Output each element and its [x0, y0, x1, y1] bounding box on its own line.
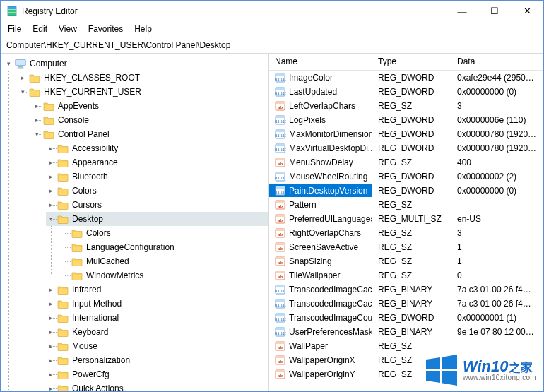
- expander-icon[interactable]: ▸: [32, 102, 42, 109]
- value-type: REG_SZ: [372, 256, 451, 267]
- tree-windowmetrics[interactable]: WindowMetrics: [60, 268, 268, 283]
- tree-quick-actions[interactable]: ▸Quick Actions: [46, 381, 268, 391]
- menu-favorites[interactable]: Favorites: [83, 23, 129, 35]
- value-data: 0x00000780 (1920…: [451, 129, 543, 140]
- menu-help[interactable]: Help: [129, 23, 158, 35]
- expander-icon[interactable]: ▸: [46, 145, 56, 152]
- maximize-button[interactable]: ☐: [478, 1, 511, 22]
- value-row[interactable]: abLeftOverlapCharsREG_SZ3: [269, 99, 543, 113]
- svg-rect-32: [276, 186, 285, 189]
- tree-hkcu[interactable]: ▾HKEY_CURRENT_USER: [18, 85, 268, 99]
- expander-icon[interactable]: ▸: [46, 371, 56, 378]
- svg-rect-53: [276, 285, 285, 287]
- value-row[interactable]: abMenuShowDelayREG_SZ400: [269, 155, 543, 170]
- list-header: Name Type Data: [269, 54, 543, 71]
- value-row[interactable]: 011 110LogPixelsREG_DWORD0x0000006e (110…: [269, 113, 543, 127]
- address-input[interactable]: [5, 40, 539, 51]
- expander-icon[interactable]: ▸: [46, 314, 56, 321]
- value-row[interactable]: abPatternREG_SZ: [269, 198, 543, 212]
- value-data: 0x00000000 (0): [451, 185, 543, 196]
- tree-input-method[interactable]: ▸Input Method: [46, 297, 268, 311]
- column-name[interactable]: Name: [269, 54, 372, 70]
- string-value-icon: ab: [275, 242, 286, 253]
- tree-powercfg[interactable]: ▸PowerCfg: [46, 367, 268, 381]
- value-row[interactable]: abSnapSizingREG_SZ1: [269, 254, 543, 268]
- value-row[interactable]: abScreenSaveActiveREG_SZ1: [269, 240, 543, 254]
- expander-icon[interactable]: ▸: [32, 117, 42, 124]
- value-row[interactable]: 011 110TranscodedImageCacheREG_BINARY7a …: [269, 283, 543, 297]
- tree-console[interactable]: ▸Console: [32, 113, 268, 127]
- value-row[interactable]: 011 110MouseWheelRoutingREG_DWORD0x00000…: [269, 170, 543, 184]
- tree-colors[interactable]: ▸Colors: [46, 184, 268, 198]
- value-row[interactable]: 011 110PaintDesktopVersionREG_DWORD0x000…: [269, 184, 543, 198]
- expander-icon[interactable]: ▸: [46, 187, 56, 194]
- tree-cursors[interactable]: ▸Cursors: [46, 198, 268, 212]
- value-row[interactable]: 011 110ImageColorREG_DWORD0xafe29e44 (29…: [269, 71, 543, 85]
- address-bar[interactable]: [1, 37, 543, 54]
- value-row[interactable]: abWallpaperOriginXREG_SZ: [269, 353, 543, 367]
- svg-text:ab: ab: [278, 161, 283, 167]
- expander-icon[interactable]: ▸: [46, 286, 56, 293]
- tree-pane[interactable]: ▾Computer▸HKEY_CLASSES_ROOT▾HKEY_CURRENT…: [1, 54, 269, 391]
- value-data: 1: [451, 242, 543, 253]
- svg-rect-35: [276, 201, 285, 203]
- expander-icon[interactable]: ▸: [46, 159, 56, 166]
- tree-muicached[interactable]: MuiCached: [60, 254, 268, 268]
- tree-hkcr[interactable]: ▸HKEY_CLASSES_ROOT: [18, 71, 268, 85]
- value-row[interactable]: abPreferredUILanguagesREG_MULTI_SZen-US: [269, 212, 543, 226]
- tree-colors[interactable]: Colors: [60, 226, 268, 240]
- menu-view[interactable]: View: [53, 23, 83, 35]
- value-row[interactable]: 011 110TranscodedImageCountREG_DWORD0x00…: [269, 311, 543, 325]
- expander-icon[interactable]: ▸: [46, 328, 56, 335]
- expander-icon[interactable]: ▸: [46, 173, 56, 180]
- column-data[interactable]: Data: [451, 54, 543, 70]
- tree-label: Desktop: [72, 214, 103, 224]
- value-row[interactable]: 011 110MaxVirtualDesktopDi...REG_DWORD0x…: [269, 141, 543, 155]
- tree-appearance[interactable]: ▸Appearance: [46, 155, 268, 170]
- close-button[interactable]: ✕: [511, 1, 543, 22]
- svg-text:011 110: 011 110: [275, 331, 286, 335]
- tree-bluetooth[interactable]: ▸Bluetooth: [46, 170, 268, 184]
- expander-icon[interactable]: ▸: [46, 385, 56, 391]
- value-row[interactable]: abWallpaperOriginYREG_SZ: [269, 367, 543, 381]
- expander-icon[interactable]: ▸: [46, 300, 56, 307]
- expander-icon[interactable]: ▾: [4, 60, 13, 67]
- menu-file[interactable]: File: [2, 23, 27, 35]
- svg-rect-4: [16, 59, 25, 66]
- column-type[interactable]: Type: [372, 54, 451, 70]
- value-row[interactable]: 011 110TranscodedImageCac...REG_BINARY7a…: [269, 297, 543, 311]
- menu-edit[interactable]: Edit: [27, 23, 53, 35]
- tree-international[interactable]: ▸International: [46, 311, 268, 325]
- tree-languageconfiguration[interactable]: LanguageConfiguration: [60, 240, 268, 254]
- tree-control-panel[interactable]: ▾Control Panel: [32, 127, 268, 141]
- value-data: 0x00000000 (0): [451, 86, 543, 97]
- value-row[interactable]: abWallPaperREG_SZ: [269, 339, 543, 353]
- tree-appevents[interactable]: ▸AppEvents: [32, 99, 268, 113]
- binary-value-icon: 011 110: [275, 171, 286, 182]
- tree-computer[interactable]: ▾Computer: [4, 57, 268, 71]
- value-data: [451, 345, 543, 347]
- expander-icon[interactable]: ▾: [18, 88, 28, 95]
- folder-icon: [57, 326, 69, 338]
- expander-icon[interactable]: ▸: [18, 74, 28, 81]
- value-name: TileWallpaper: [289, 271, 340, 280]
- tree-accessibility[interactable]: ▸Accessibility: [46, 141, 268, 155]
- tree-desktop[interactable]: ▾Desktop: [46, 212, 268, 226]
- tree-mouse[interactable]: ▸Mouse: [46, 339, 268, 353]
- expander-icon[interactable]: ▸: [46, 201, 56, 208]
- value-row[interactable]: abRightOverlapCharsREG_SZ3: [269, 226, 543, 240]
- expander-icon[interactable]: ▸: [46, 343, 56, 350]
- value-type: REG_DWORD: [372, 86, 451, 97]
- expander-icon[interactable]: ▾: [32, 131, 42, 138]
- tree-keyboard[interactable]: ▸Keyboard: [46, 325, 268, 339]
- value-row[interactable]: 011 110MaxMonitorDimensionREG_DWORD0x000…: [269, 127, 543, 141]
- tree-infrared[interactable]: ▸Infrared: [46, 283, 268, 297]
- list-body[interactable]: 011 110ImageColorREG_DWORD0xafe29e44 (29…: [269, 71, 543, 391]
- tree-personalization[interactable]: ▸Personalization: [46, 353, 268, 367]
- value-row[interactable]: 011 110LastUpdatedREG_DWORD0x00000000 (0…: [269, 85, 543, 99]
- expander-icon[interactable]: ▸: [46, 357, 56, 364]
- value-row[interactable]: abTileWallpaperREG_SZ0: [269, 268, 543, 283]
- expander-icon[interactable]: ▾: [46, 215, 56, 222]
- value-row[interactable]: 011 110UserPreferencesMaskREG_BINARY9e 1…: [269, 325, 543, 339]
- minimize-button[interactable]: —: [446, 1, 478, 22]
